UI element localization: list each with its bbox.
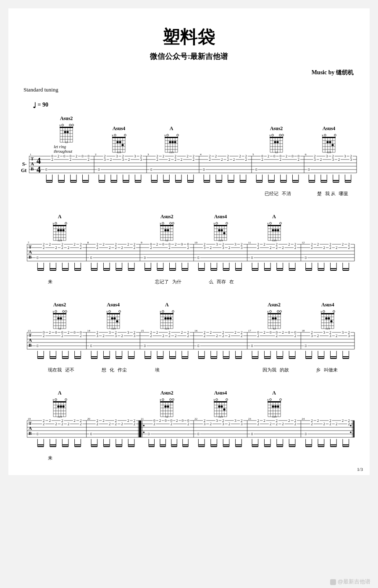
tempo-label: ♩ = 90 bbox=[33, 101, 357, 110]
svg-text:12: 12 bbox=[165, 239, 169, 242]
svg-text:2: 2 bbox=[68, 330, 70, 335]
svg-text:2: 2 bbox=[348, 330, 350, 335]
svg-text:0: 0 bbox=[255, 167, 257, 172]
svg-text:12: 12 bbox=[273, 327, 276, 330]
svg-point-58 bbox=[272, 134, 274, 136]
svg-text:0: 0 bbox=[262, 154, 264, 158]
svg-text:0: 0 bbox=[251, 344, 253, 348]
svg-text:3: 3 bbox=[134, 154, 136, 158]
svg-text:3: 3 bbox=[234, 418, 236, 423]
svg-text:2: 2 bbox=[336, 422, 338, 426]
svg-text:0: 0 bbox=[150, 242, 152, 246]
svg-text:2: 2 bbox=[102, 418, 105, 423]
svg-text:2: 2 bbox=[121, 422, 123, 426]
svg-text:2: 2 bbox=[68, 246, 70, 250]
svg-point-787 bbox=[167, 317, 169, 319]
svg-point-1292 bbox=[143, 431, 145, 433]
svg-point-792 bbox=[277, 311, 279, 313]
svg-text:0: 0 bbox=[165, 418, 167, 423]
chord-name: A bbox=[58, 214, 62, 220]
svg-text:3: 3 bbox=[116, 154, 118, 158]
svg-text:2: 2 bbox=[102, 334, 105, 338]
svg-point-91 bbox=[326, 141, 328, 143]
svg-point-754 bbox=[118, 311, 121, 313]
svg-text:2: 2 bbox=[102, 242, 105, 246]
lyric-fragment: 乡叫做未 bbox=[316, 367, 341, 373]
svg-point-1166 bbox=[269, 399, 271, 401]
svg-text:2: 2 bbox=[320, 157, 322, 162]
svg-text:2: 2 bbox=[55, 246, 57, 250]
svg-point-35 bbox=[119, 141, 121, 143]
svg-text:2: 2 bbox=[134, 418, 136, 423]
svg-text:3: 3 bbox=[323, 330, 326, 335]
svg-text:2: 2 bbox=[175, 334, 177, 338]
svg-text:2: 2 bbox=[134, 330, 136, 335]
svg-rect-418 bbox=[214, 225, 227, 226]
svg-text:23: 23 bbox=[248, 418, 252, 421]
svg-point-378 bbox=[55, 222, 57, 225]
svg-text:0: 0 bbox=[90, 256, 92, 260]
instrument-label bbox=[21, 418, 27, 426]
svg-text:2: 2 bbox=[128, 157, 130, 162]
chord-name: Asus4 bbox=[113, 125, 126, 132]
svg-text:0: 0 bbox=[298, 154, 300, 158]
svg-text:2: 2 bbox=[204, 418, 206, 423]
svg-text:2: 2 bbox=[257, 242, 259, 246]
svg-text:2: 2 bbox=[228, 422, 231, 426]
svg-text:2: 2 bbox=[311, 330, 313, 335]
svg-point-451 bbox=[277, 229, 279, 231]
svg-point-786 bbox=[165, 317, 167, 319]
svg-text:4: 4 bbox=[37, 156, 41, 165]
svg-text:0: 0 bbox=[45, 167, 47, 172]
chord-diagram: Ax123 bbox=[154, 302, 179, 330]
svg-text:2: 2 bbox=[49, 242, 51, 246]
tab-system: Ax123Asus2x12Asus4x123Ax1237TAB022222222… bbox=[21, 206, 357, 286]
svg-point-449 bbox=[272, 229, 274, 231]
chord-name: Asus4 bbox=[214, 214, 227, 220]
svg-text:2: 2 bbox=[96, 418, 98, 423]
svg-text:2: 2 bbox=[282, 246, 284, 250]
svg-point-3 bbox=[72, 124, 74, 126]
svg-point-39 bbox=[167, 134, 169, 136]
svg-point-753 bbox=[108, 311, 110, 313]
chord-diagram: Ax123 bbox=[47, 390, 72, 418]
svg-point-810 bbox=[323, 311, 325, 313]
chord-diagram: Ax123 bbox=[47, 214, 72, 242]
svg-text:0: 0 bbox=[43, 330, 45, 335]
svg-point-1128 bbox=[162, 399, 164, 401]
svg-text:x: x bbox=[267, 398, 269, 402]
svg-point-1123 bbox=[57, 405, 59, 408]
svg-text:2: 2 bbox=[241, 330, 243, 335]
svg-text:2: 2 bbox=[55, 422, 57, 426]
svg-point-735 bbox=[63, 311, 65, 313]
chord-name: A bbox=[170, 125, 173, 132]
svg-text:2: 2 bbox=[288, 242, 290, 246]
svg-rect-794 bbox=[268, 313, 281, 314]
svg-point-430 bbox=[218, 229, 220, 231]
svg-text:0: 0 bbox=[144, 344, 146, 348]
svg-text:A: A bbox=[29, 426, 32, 431]
svg-point-55 bbox=[174, 141, 176, 143]
svg-rect-1111 bbox=[53, 401, 66, 402]
svg-text:2: 2 bbox=[127, 242, 129, 246]
svg-text:123: 123 bbox=[58, 415, 62, 418]
svg-text:0: 0 bbox=[80, 330, 82, 335]
chord-diagram: Ax123 bbox=[159, 125, 184, 154]
svg-text:2: 2 bbox=[96, 242, 98, 246]
svg-text:12: 12 bbox=[165, 415, 169, 418]
svg-text:2: 2 bbox=[204, 242, 206, 246]
svg-point-379 bbox=[65, 222, 67, 225]
svg-text:24: 24 bbox=[302, 418, 305, 421]
svg-text:2: 2 bbox=[43, 242, 45, 246]
svg-text:0: 0 bbox=[153, 418, 155, 423]
svg-point-431 bbox=[220, 229, 223, 231]
chord-diagram: Asus4x123 bbox=[315, 302, 340, 330]
svg-text:A: A bbox=[29, 249, 32, 254]
svg-point-1469 bbox=[350, 425, 352, 426]
svg-text:x: x bbox=[267, 310, 269, 314]
svg-point-1130 bbox=[172, 399, 174, 401]
chord-name: Asus2 bbox=[270, 125, 283, 132]
svg-point-413 bbox=[167, 229, 169, 231]
svg-text:2: 2 bbox=[104, 154, 106, 158]
svg-text:2: 2 bbox=[187, 154, 189, 158]
